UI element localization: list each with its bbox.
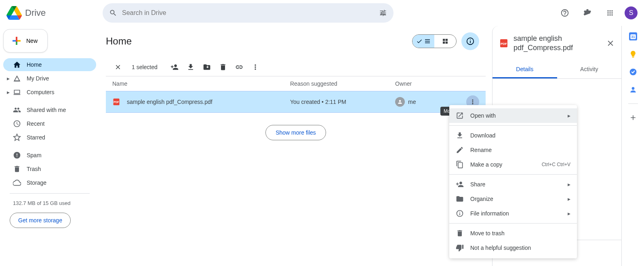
svg-text:PDF: PDF bbox=[501, 42, 507, 46]
delete-icon[interactable] bbox=[219, 63, 227, 71]
computers-icon bbox=[13, 88, 21, 96]
help-icon bbox=[560, 8, 569, 17]
keep-app-icon[interactable] bbox=[629, 50, 637, 58]
sidebar-item-shared[interactable]: Shared with me bbox=[3, 103, 96, 116]
share-person-icon[interactable] bbox=[170, 63, 179, 71]
sidebar-item-label: Recent bbox=[27, 120, 44, 127]
gear-icon bbox=[583, 8, 592, 17]
share-person-icon bbox=[456, 180, 464, 188]
search-bar[interactable] bbox=[103, 3, 394, 23]
sidebar-item-recent[interactable]: Recent bbox=[3, 117, 96, 130]
close-details-button[interactable] bbox=[606, 39, 615, 48]
show-more-button[interactable]: Show more files bbox=[265, 125, 326, 140]
apps-button[interactable] bbox=[602, 5, 618, 21]
sidebar-item-starred[interactable]: Starred bbox=[3, 131, 96, 144]
svg-text:31: 31 bbox=[631, 35, 635, 39]
search-icon bbox=[109, 9, 117, 17]
context-menu: Open with ▸ Download Rename Make a copy … bbox=[449, 105, 577, 258]
sidebar-item-computers[interactable]: ▸ Computers bbox=[3, 86, 96, 99]
ctx-move-trash[interactable]: Move to trash bbox=[449, 226, 577, 241]
copy-icon bbox=[456, 160, 464, 169]
cloud-icon bbox=[13, 179, 21, 187]
open-with-icon bbox=[456, 112, 464, 120]
column-header-reason[interactable]: Reason suggested bbox=[290, 80, 395, 87]
pdf-file-icon: PDF bbox=[499, 38, 509, 48]
file-reason: You created • 2:11 PM bbox=[290, 99, 395, 105]
sidebar-item-my-drive[interactable]: ▸ My Drive bbox=[3, 72, 96, 85]
info-icon bbox=[456, 209, 464, 217]
ctx-file-info[interactable]: File information ▸ bbox=[449, 206, 577, 221]
ctx-open-with[interactable]: Open with ▸ bbox=[449, 108, 577, 123]
calendar-app-icon[interactable]: 31 bbox=[629, 32, 637, 40]
ctx-not-helpful[interactable]: Not a helpful suggestion bbox=[449, 241, 577, 255]
more-vert-icon[interactable] bbox=[251, 63, 259, 71]
tasks-app-icon[interactable] bbox=[629, 68, 637, 76]
column-header-owner[interactable]: Owner bbox=[395, 80, 479, 87]
edit-icon bbox=[456, 146, 464, 154]
move-icon[interactable] bbox=[203, 63, 211, 71]
search-input[interactable] bbox=[122, 9, 374, 17]
sidebar-item-storage[interactable]: Storage bbox=[3, 176, 96, 189]
account-avatar[interactable]: S bbox=[625, 6, 638, 19]
selection-count-text: 1 selected bbox=[132, 64, 158, 70]
file-row[interactable]: PDF sample english pdf_Compress.pdf You … bbox=[106, 91, 486, 113]
ctx-organize[interactable]: Organize ▸ bbox=[449, 192, 577, 206]
tab-details[interactable]: Details bbox=[492, 61, 557, 78]
owner-avatar bbox=[395, 97, 405, 107]
details-filename: sample english pdf_Compress.pdf bbox=[514, 34, 601, 53]
clock-icon bbox=[13, 120, 21, 128]
view-toggle bbox=[412, 34, 457, 48]
chevron-right-icon: ▸ bbox=[568, 196, 570, 202]
svg-rect-9 bbox=[632, 57, 634, 58]
contacts-app-icon[interactable] bbox=[629, 86, 637, 94]
side-rail: 31 bbox=[621, 26, 644, 266]
drive-item-icon bbox=[13, 74, 21, 82]
ctx-rename[interactable]: Rename bbox=[449, 143, 577, 157]
folder-icon bbox=[456, 195, 464, 203]
sidebar-item-home[interactable]: Home bbox=[3, 58, 96, 71]
clear-selection-button[interactable] bbox=[112, 61, 124, 73]
chevron-right-icon: ▸ bbox=[568, 181, 570, 188]
trash-icon bbox=[456, 229, 464, 237]
get-storage-button[interactable]: Get more storage bbox=[10, 213, 71, 228]
sidebar-item-spam[interactable]: Spam bbox=[3, 149, 96, 162]
support-button[interactable] bbox=[557, 5, 573, 21]
grid-icon bbox=[442, 38, 448, 44]
close-icon bbox=[114, 63, 122, 71]
search-options-icon[interactable] bbox=[379, 9, 387, 17]
sidebar-item-trash[interactable]: Trash bbox=[3, 163, 96, 175]
new-button[interactable]: New bbox=[3, 29, 48, 53]
sidebar-item-label: Shared with me bbox=[27, 107, 66, 113]
list-icon bbox=[424, 38, 431, 44]
tab-activity[interactable]: Activity bbox=[557, 61, 622, 78]
thumb-down-icon bbox=[456, 244, 464, 252]
home-icon bbox=[13, 61, 21, 69]
more-vert-icon bbox=[469, 98, 476, 106]
sidebar-item-label: Storage bbox=[27, 179, 46, 186]
chevron-right-icon: ▸ bbox=[568, 112, 570, 119]
link-icon[interactable] bbox=[235, 63, 243, 71]
expand-chevron-icon[interactable]: ▸ bbox=[5, 89, 11, 95]
sidebar-item-label: Computers bbox=[27, 89, 54, 95]
page-title: Home bbox=[106, 36, 132, 47]
list-view-button[interactable] bbox=[412, 35, 434, 48]
settings-button[interactable] bbox=[579, 5, 596, 21]
ctx-download[interactable]: Download bbox=[449, 128, 577, 143]
add-app-icon[interactable] bbox=[629, 114, 637, 122]
storage-usage-text: 132.7 MB of 15 GB used bbox=[3, 198, 96, 209]
sidebar-item-label: Spam bbox=[27, 152, 42, 158]
column-header-name[interactable]: Name bbox=[112, 80, 290, 87]
file-name: sample english pdf_Compress.pdf bbox=[127, 99, 290, 105]
new-button-label: New bbox=[26, 38, 38, 44]
sidebar-item-label: Home bbox=[27, 61, 42, 68]
ctx-make-copy[interactable]: Make a copy Ctrl+C Ctrl+V bbox=[449, 157, 577, 172]
download-icon[interactable] bbox=[187, 63, 195, 71]
svg-point-11 bbox=[631, 87, 634, 90]
svg-text:PDF: PDF bbox=[114, 101, 119, 103]
check-icon bbox=[416, 38, 423, 44]
grid-view-button[interactable] bbox=[434, 35, 456, 48]
info-panel-toggle[interactable] bbox=[461, 32, 479, 50]
ctx-share[interactable]: Share ▸ bbox=[449, 177, 577, 192]
expand-chevron-icon[interactable]: ▸ bbox=[5, 75, 11, 82]
drive-logo-icon bbox=[6, 6, 22, 20]
